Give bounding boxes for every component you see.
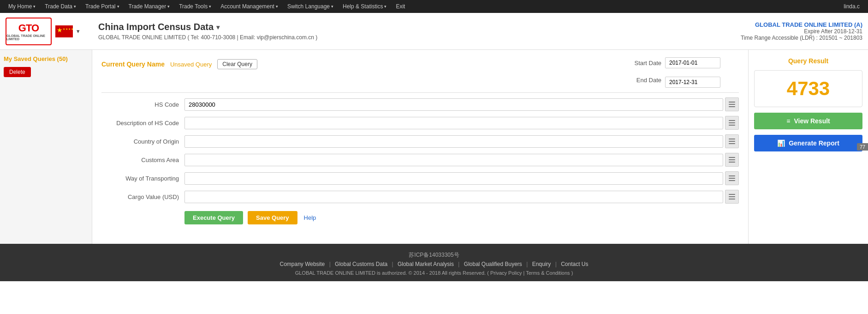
account-company-name: GLOBAL TRADE ONLINE LIMITED (A) [733, 21, 862, 28]
footer-sep2: ( [487, 270, 490, 276]
expire-date: Expire After 2018-12-31 [733, 28, 862, 35]
nav-account-management[interactable]: Account Management ▾ [216, 0, 283, 13]
result-number: 4733 [787, 78, 830, 100]
footer-link-enquiry[interactable]: Enquiry [529, 261, 554, 267]
svg-rect-8 [729, 143, 735, 144]
footer-separator: | [457, 261, 461, 267]
svg-rect-12 [729, 175, 735, 176]
dataset-subtitle: GLOBAL TRADE ONLINE LIMITED ( Tel: 400-7… [98, 34, 733, 41]
chevron-down-icon: ▾ [384, 4, 386, 9]
input-hs-code[interactable] [184, 98, 723, 111]
form-row-hs-code: HS Code [101, 97, 739, 111]
nav-switch-language[interactable]: Switch Language ▾ [283, 0, 338, 13]
delete-button[interactable]: Delete [4, 67, 31, 77]
header-center: China Import Census Data ▾ GLOBAL TRADE … [89, 22, 733, 41]
label-way-transporting: Way of Transporting [101, 175, 184, 182]
help-link[interactable]: Help [302, 211, 318, 224]
privacy-policy-link[interactable]: Privacy Policy [490, 270, 522, 276]
nav-help-statistics[interactable]: Help & Statistics ▾ [338, 0, 391, 13]
footer-link-global-market-analysis[interactable]: Global Market Analysis [395, 261, 457, 267]
time-range: Time Range Accessible (LDR) : 201501 ~ 2… [733, 35, 862, 41]
end-date-row: End Date [101, 77, 739, 88]
footer-separator: | [390, 261, 395, 267]
icon-btn-cargo-value[interactable] [725, 190, 739, 204]
query-content: Current Query Name Unsaved Query Clear Q… [92, 50, 748, 244]
sidebar-title: My Saved Queries (50) [4, 55, 88, 62]
start-date-input[interactable] [665, 57, 720, 68]
svg-rect-2 [729, 106, 735, 107]
input-description-hs-code[interactable] [184, 117, 723, 129]
end-date-label: End Date [633, 77, 665, 88]
input-cargo-value[interactable] [184, 191, 723, 203]
svg-rect-10 [729, 159, 735, 160]
generate-report-button[interactable]: 📊 Generate Report [754, 135, 862, 151]
footer-links: Company Website | Global Customs Data | … [4, 261, 864, 267]
clear-query-button[interactable]: Clear Query [217, 59, 257, 69]
input-country-origin[interactable] [184, 135, 723, 148]
footer-link-global-customs-data[interactable]: Global Customs Data [332, 261, 390, 267]
label-hs-code: HS Code [101, 101, 184, 108]
svg-rect-5 [729, 125, 735, 126]
dataset-title: China Import Census Data ▾ [98, 22, 733, 32]
save-query-button[interactable]: Save Query [248, 211, 297, 224]
svg-rect-0 [729, 102, 735, 103]
svg-rect-4 [729, 122, 735, 123]
logo-area: GTO GLOBAL TRADE ONLINE LIMITED ▾ [6, 18, 80, 45]
footer-link-contact-us[interactable]: Contact Us [558, 261, 591, 267]
nav-exit[interactable]: Exit [391, 0, 410, 13]
form-row-way-transporting: Way of Transporting [101, 171, 739, 185]
chevron-down-icon: ▾ [117, 4, 119, 9]
footer-copyright: GLOBAL TRADE ONLINE LIMITED is authorize… [4, 270, 864, 276]
terms-link[interactable]: Terms & Conditions [526, 270, 570, 276]
chevron-down-icon: ▾ [74, 4, 76, 9]
page-footer: 苏ICP备14033305号 Company Website | Global … [0, 244, 868, 281]
footer-separator: | [525, 261, 529, 267]
form-row-description-hs-code: Description of HS Code [101, 116, 739, 130]
input-way-transporting[interactable] [184, 172, 723, 185]
unsaved-query-link[interactable]: Unsaved Query [170, 61, 212, 68]
nav-trade-manager[interactable]: Trade Manager ▾ [124, 0, 175, 13]
footer-link-global-qualified-buyers[interactable]: Global Qualified Buyers [461, 261, 525, 267]
execute-query-button[interactable]: Execute Query [184, 211, 243, 224]
result-title: Query Result [754, 57, 862, 65]
svg-rect-16 [729, 196, 735, 197]
nav-trade-data[interactable]: Trade Data ▾ [40, 0, 81, 13]
svg-rect-14 [729, 180, 735, 181]
result-panel: Query Result 4733 ≡ View Result 📊 Genera… [748, 50, 868, 244]
chevron-down-icon: ▾ [167, 4, 170, 9]
icon-btn-description-hs-code[interactable] [725, 116, 739, 130]
form-divider [101, 92, 739, 93]
label-customs-area: Customs Area [101, 157, 184, 163]
icon-btn-hs-code[interactable] [725, 97, 739, 111]
icp-number: 苏ICP备14033305号 [4, 251, 864, 259]
svg-rect-7 [729, 141, 735, 142]
svg-rect-1 [729, 104, 735, 105]
footer-link-company-website[interactable]: Company Website [277, 261, 327, 267]
icon-btn-way-transporting[interactable] [725, 171, 739, 185]
view-result-button[interactable]: ≡ View Result [754, 113, 862, 129]
icon-btn-customs-area[interactable] [725, 153, 739, 167]
svg-rect-9 [729, 157, 735, 158]
icon-btn-country-origin[interactable] [725, 134, 739, 148]
label-country-origin: Country of Origin [101, 138, 184, 145]
title-dropdown-icon[interactable]: ▾ [216, 24, 220, 31]
form-row-cargo-value: Cargo Value (USD) [101, 190, 739, 204]
top-navigation: My Home ▾ Trade Data ▾ Trade Portal ▾ Tr… [0, 0, 868, 13]
query-section-label: Current Query Name [101, 60, 165, 68]
start-date-label: Start Date [629, 60, 661, 66]
nav-my-home[interactable]: My Home ▾ [4, 0, 40, 13]
copyright-text: GLOBAL TRADE ONLINE LIMITED is authorize… [295, 270, 486, 276]
query-form: HS Code Description of HS Code Cou [101, 97, 739, 204]
nav-trade-tools[interactable]: Trade Tools ▾ [174, 0, 216, 13]
form-row-country-origin: Country of Origin [101, 134, 739, 148]
input-customs-area[interactable] [184, 154, 723, 166]
end-date-input[interactable] [665, 77, 720, 88]
china-flag[interactable] [55, 25, 73, 37]
svg-rect-3 [729, 120, 735, 121]
nav-trade-portal[interactable]: Trade Portal ▾ [81, 0, 124, 13]
svg-rect-11 [729, 162, 735, 163]
footer-separator: | [553, 261, 558, 267]
svg-rect-13 [729, 178, 735, 179]
chart-icon: 📊 [777, 139, 785, 147]
flag-dropdown-icon[interactable]: ▾ [77, 28, 80, 35]
